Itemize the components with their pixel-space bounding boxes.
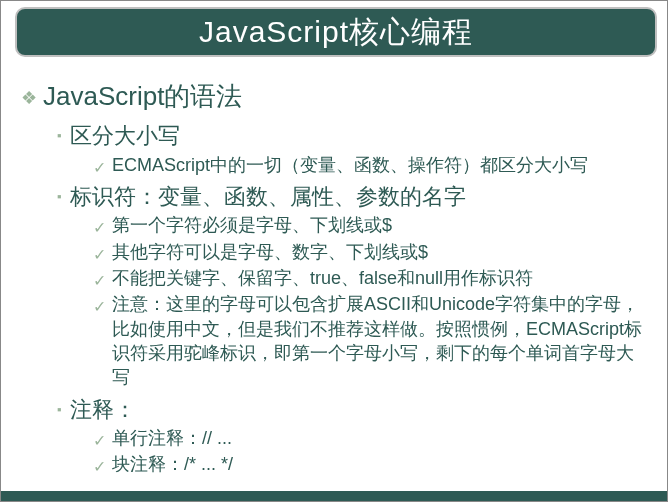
- check-bullet-icon: ✓: [93, 457, 106, 476]
- point-row: ✓ 其他字符可以是字母、数字、下划线或$: [93, 240, 647, 264]
- check-bullet-icon: ✓: [93, 218, 106, 237]
- point-text: 块注释：/* ... */: [112, 452, 233, 476]
- point-row: ✓ 注意：这里的字母可以包含扩展ASCII和Unicode字符集中的字母，比如使…: [93, 292, 647, 389]
- point-text: 单行注释：// ...: [112, 426, 232, 450]
- content-area: ❖ JavaScript的语法 ▪ 区分大小写 ✓ ECMAScript中的一切…: [21, 79, 647, 491]
- square-bullet-icon: ▪: [57, 128, 62, 143]
- point-row: ✓ 单行注释：// ...: [93, 426, 647, 450]
- point-row: ✓ 第一个字符必须是字母、下划线或$: [93, 213, 647, 237]
- point-text: ECMAScript中的一切（变量、函数、操作符）都区分大小写: [112, 153, 588, 177]
- diamond-bullet-icon: ❖: [21, 87, 37, 109]
- point-text: 第一个字符必须是字母、下划线或$: [112, 213, 392, 237]
- point-row: ✓ 不能把关键字、保留字、true、false和null用作标识符: [93, 266, 647, 290]
- check-bullet-icon: ✓: [93, 271, 106, 290]
- check-bullet-icon: ✓: [93, 297, 106, 316]
- point-text: 注意：这里的字母可以包含扩展ASCII和Unicode字符集中的字母，比如使用中…: [112, 292, 647, 389]
- check-bullet-icon: ✓: [93, 158, 106, 177]
- square-bullet-icon: ▪: [57, 402, 62, 417]
- footer-bar: [1, 491, 667, 501]
- slide: JavaScript核心编程 ❖ JavaScript的语法 ▪ 区分大小写 ✓…: [0, 0, 668, 502]
- section-heading-row: ❖ JavaScript的语法: [21, 79, 647, 114]
- point-text: 不能把关键字、保留字、true、false和null用作标识符: [112, 266, 533, 290]
- topic-label: 标识符：变量、函数、属性、参数的名字: [70, 183, 466, 212]
- check-bullet-icon: ✓: [93, 245, 106, 264]
- check-bullet-icon: ✓: [93, 431, 106, 450]
- topic-label: 注释：: [70, 396, 136, 425]
- square-bullet-icon: ▪: [57, 189, 62, 204]
- title-bar: JavaScript核心编程: [15, 7, 657, 57]
- point-row: ✓ ECMAScript中的一切（变量、函数、操作符）都区分大小写: [93, 153, 647, 177]
- topic-row: ▪ 标识符：变量、函数、属性、参数的名字: [57, 183, 647, 212]
- point-row: ✓ 块注释：/* ... */: [93, 452, 647, 476]
- topic-row: ▪ 注释：: [57, 396, 647, 425]
- section-heading: JavaScript的语法: [43, 79, 242, 114]
- point-text: 其他字符可以是字母、数字、下划线或$: [112, 240, 428, 264]
- topic-label: 区分大小写: [70, 122, 180, 151]
- slide-title: JavaScript核心编程: [199, 12, 473, 53]
- topic-row: ▪ 区分大小写: [57, 122, 647, 151]
